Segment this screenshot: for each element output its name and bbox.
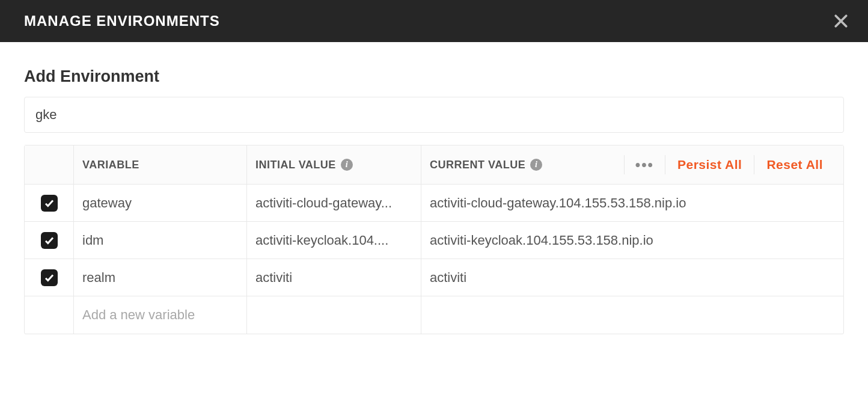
new-variable-name-cell[interactable]: Add a new variable [74, 296, 247, 334]
add-variable-row: Add a new variable [25, 296, 843, 334]
initial-value-cell[interactable]: activiti-cloud-gateway... [247, 185, 421, 221]
variable-enabled-checkbox[interactable] [41, 195, 58, 212]
current-value-cell[interactable]: activiti-keycloak.104.155.53.158.nip.io [421, 222, 843, 259]
header-initial-label: INITIAL VALUE [255, 159, 336, 171]
header-variable: VARIABLE [74, 145, 247, 184]
persist-all-button[interactable]: Persist All [665, 158, 754, 172]
table-row: gateway activiti-cloud-gateway... activi… [25, 185, 843, 222]
current-value-cell[interactable]: activiti [421, 259, 843, 296]
manage-environments-modal: MANAGE ENVIRONMENTS Add Environment VARI… [0, 0, 868, 410]
section-heading: Add Environment [24, 67, 844, 86]
check-icon [44, 198, 55, 209]
new-initial-value-cell[interactable] [247, 296, 421, 334]
header-checkbox-cell [25, 145, 74, 184]
new-current-value-cell[interactable] [421, 296, 843, 334]
table-row: idm activiti-keycloak.104.... activiti-k… [25, 222, 843, 259]
variable-name-text: gateway [82, 195, 238, 211]
current-value-text: activiti-keycloak.104.155.53.158.nip.io [430, 233, 835, 248]
row-checkbox-cell [25, 222, 74, 259]
header-variable-label: VARIABLE [82, 159, 139, 171]
header-current: CURRENT VALUE i ••• Persist All Reset Al… [421, 145, 843, 184]
variable-name-cell[interactable]: realm [74, 259, 247, 296]
reset-all-button[interactable]: Reset All [754, 158, 835, 172]
check-icon [44, 235, 55, 246]
check-icon [44, 272, 55, 283]
row-checkbox-cell [25, 296, 74, 334]
header-current-label: CURRENT VALUE [430, 159, 525, 171]
row-checkbox-cell [25, 185, 74, 221]
initial-value-cell[interactable]: activiti [247, 259, 421, 296]
current-value-cell[interactable]: activiti-cloud-gateway.104.155.53.158.ni… [421, 185, 843, 221]
variable-name-text: realm [82, 270, 238, 286]
variable-enabled-checkbox[interactable] [41, 269, 58, 286]
modal-content: Add Environment VARIABLE INITIAL VALUE i… [0, 42, 868, 352]
ellipsis-icon: ••• [635, 156, 654, 173]
info-icon[interactable]: i [530, 159, 542, 171]
variable-enabled-checkbox[interactable] [41, 232, 58, 249]
modal-title: MANAGE ENVIRONMENTS [24, 13, 220, 29]
variable-name-text: idm [82, 233, 238, 248]
initial-value-text: activiti-cloud-gateway... [255, 195, 412, 211]
variable-name-cell[interactable]: idm [74, 222, 247, 259]
info-icon[interactable]: i [341, 159, 353, 171]
modal-title-bar: MANAGE ENVIRONMENTS [0, 0, 868, 42]
table-header-row: VARIABLE INITIAL VALUE i CURRENT VALUE i… [25, 145, 843, 185]
initial-value-cell[interactable]: activiti-keycloak.104.... [247, 222, 421, 259]
header-actions: ••• Persist All Reset All [624, 155, 835, 174]
variable-name-cell[interactable]: gateway [74, 185, 247, 221]
initial-value-text: activiti [255, 270, 412, 286]
header-initial: INITIAL VALUE i [247, 145, 421, 184]
current-value-text: activiti-cloud-gateway.104.155.53.158.ni… [430, 195, 835, 211]
row-checkbox-cell [25, 259, 74, 296]
close-icon [832, 12, 850, 30]
new-variable-placeholder: Add a new variable [82, 307, 238, 323]
variables-table: VARIABLE INITIAL VALUE i CURRENT VALUE i… [24, 145, 844, 334]
table-row: realm activiti activiti [25, 259, 843, 296]
initial-value-text: activiti-keycloak.104.... [255, 233, 412, 248]
more-actions-button[interactable]: ••• [625, 158, 665, 172]
environment-name-input[interactable] [24, 97, 844, 133]
current-value-text: activiti [430, 270, 835, 286]
close-button[interactable] [832, 12, 850, 30]
